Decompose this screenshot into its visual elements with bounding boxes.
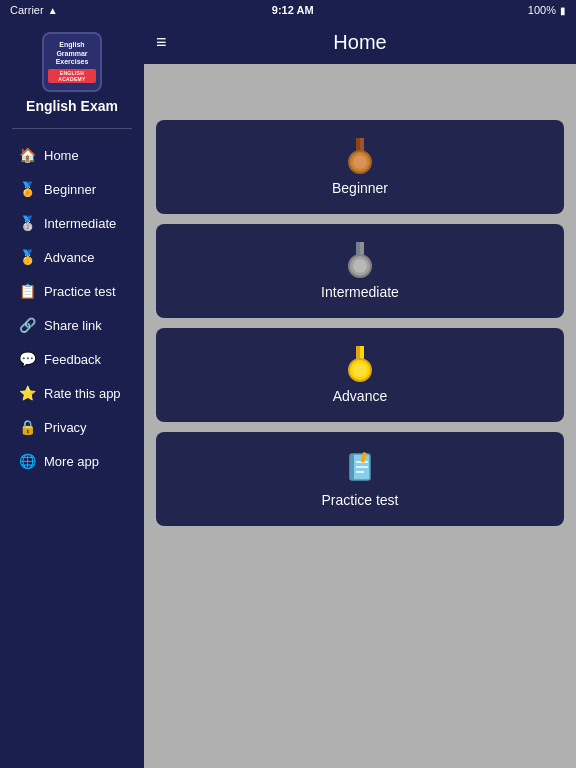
right-panel: ≡ Home bbox=[144, 20, 576, 768]
header-title: Home bbox=[333, 31, 386, 54]
practice-test-label: Practice test bbox=[321, 492, 398, 508]
level-card-advance[interactable]: Advance bbox=[156, 328, 564, 422]
sidebar-item-share-link-label: Share link bbox=[44, 318, 102, 333]
sidebar: EnglishGrammarExercises ENGLISH ACADEMY … bbox=[0, 20, 144, 768]
sidebar-item-privacy[interactable]: 🔒 Privacy bbox=[4, 411, 140, 443]
main-content: Beginner Intermediate bbox=[144, 64, 576, 768]
carrier-label: Carrier bbox=[10, 4, 44, 16]
svg-rect-1 bbox=[360, 138, 364, 152]
sidebar-item-practice-test-label: Practice test bbox=[44, 284, 116, 299]
sidebar-nav: 🏠 Home 🏅 Beginner 🥈 Intermediate 🥇 Advan… bbox=[0, 135, 144, 481]
sidebar-item-rate-app-label: Rate this app bbox=[44, 386, 121, 401]
status-bar: Carrier ▲ 9:12 AM 100% ▮ bbox=[0, 0, 576, 20]
intermediate-icon: 🥈 bbox=[18, 214, 36, 232]
sidebar-item-feedback[interactable]: 💬 Feedback bbox=[4, 343, 140, 375]
svg-rect-4 bbox=[356, 242, 360, 256]
beginner-icon: 🏅 bbox=[18, 180, 36, 198]
sidebar-logo: EnglishGrammarExercises ENGLISH ACADEMY … bbox=[0, 20, 144, 122]
svg-rect-5 bbox=[360, 242, 364, 256]
feedback-icon: 💬 bbox=[18, 350, 36, 368]
advance-medal-icon bbox=[342, 346, 378, 382]
sidebar-item-practice-test[interactable]: 📋 Practice test bbox=[4, 275, 140, 307]
sidebar-item-intermediate[interactable]: 🥈 Intermediate bbox=[4, 207, 140, 239]
intermediate-medal-icon bbox=[342, 242, 378, 278]
home-icon: 🏠 bbox=[18, 146, 36, 164]
beginner-medal-icon bbox=[342, 138, 378, 174]
intermediate-label: Intermediate bbox=[321, 284, 399, 300]
svg-rect-0 bbox=[356, 138, 360, 152]
rate-app-icon: ⭐ bbox=[18, 384, 36, 402]
logo-box: EnglishGrammarExercises ENGLISH ACADEMY bbox=[42, 32, 102, 92]
sidebar-item-advance-label: Advance bbox=[44, 250, 95, 265]
app-container: EnglishGrammarExercises ENGLISH ACADEMY … bbox=[0, 20, 576, 768]
battery-label: 100% bbox=[528, 4, 556, 16]
sidebar-divider bbox=[12, 128, 132, 129]
beginner-label: Beginner bbox=[332, 180, 388, 196]
practice-test-icon: 📋 bbox=[18, 282, 36, 300]
sidebar-item-beginner[interactable]: 🏅 Beginner bbox=[4, 173, 140, 205]
sidebar-item-more-app-label: More app bbox=[44, 454, 99, 469]
svg-point-11 bbox=[353, 363, 367, 377]
svg-rect-9 bbox=[360, 346, 364, 360]
share-link-icon: 🔗 bbox=[18, 316, 36, 334]
privacy-icon: 🔒 bbox=[18, 418, 36, 436]
battery-icon: ▮ bbox=[560, 5, 566, 16]
svg-rect-13 bbox=[350, 454, 354, 480]
status-right: 100% ▮ bbox=[528, 4, 566, 16]
svg-point-7 bbox=[353, 259, 367, 273]
svg-rect-8 bbox=[356, 346, 360, 360]
more-app-icon: 🌐 bbox=[18, 452, 36, 470]
menu-button[interactable]: ≡ bbox=[156, 32, 167, 53]
level-card-beginner[interactable]: Beginner bbox=[156, 120, 564, 214]
sidebar-item-more-app[interactable]: 🌐 More app bbox=[4, 445, 140, 477]
wifi-icon: ▲ bbox=[48, 5, 58, 16]
sidebar-item-beginner-label: Beginner bbox=[44, 182, 96, 197]
header: ≡ Home bbox=[144, 20, 576, 64]
sidebar-item-advance[interactable]: 🥇 Advance bbox=[4, 241, 140, 273]
sidebar-item-feedback-label: Feedback bbox=[44, 352, 101, 367]
content-inner: Beginner Intermediate bbox=[144, 108, 576, 538]
sidebar-item-intermediate-label: Intermediate bbox=[44, 216, 116, 231]
advance-label: Advance bbox=[333, 388, 387, 404]
status-left: Carrier ▲ bbox=[10, 4, 58, 16]
level-card-practice-test[interactable]: Practice test bbox=[156, 432, 564, 526]
svg-point-3 bbox=[353, 155, 367, 169]
logo-text: EnglishGrammarExercises bbox=[56, 41, 89, 66]
practice-test-book-icon bbox=[342, 450, 378, 486]
sidebar-item-home-label: Home bbox=[44, 148, 79, 163]
level-card-intermediate[interactable]: Intermediate bbox=[156, 224, 564, 318]
app-name: English Exam bbox=[26, 98, 118, 114]
sidebar-item-rate-app[interactable]: ⭐ Rate this app bbox=[4, 377, 140, 409]
logo-badge: ENGLISH ACADEMY bbox=[48, 69, 96, 83]
advance-icon: 🥇 bbox=[18, 248, 36, 266]
sidebar-item-share-link[interactable]: 🔗 Share link bbox=[4, 309, 140, 341]
sidebar-item-home[interactable]: 🏠 Home bbox=[4, 139, 140, 171]
sidebar-item-privacy-label: Privacy bbox=[44, 420, 87, 435]
status-time: 9:12 AM bbox=[272, 4, 314, 16]
